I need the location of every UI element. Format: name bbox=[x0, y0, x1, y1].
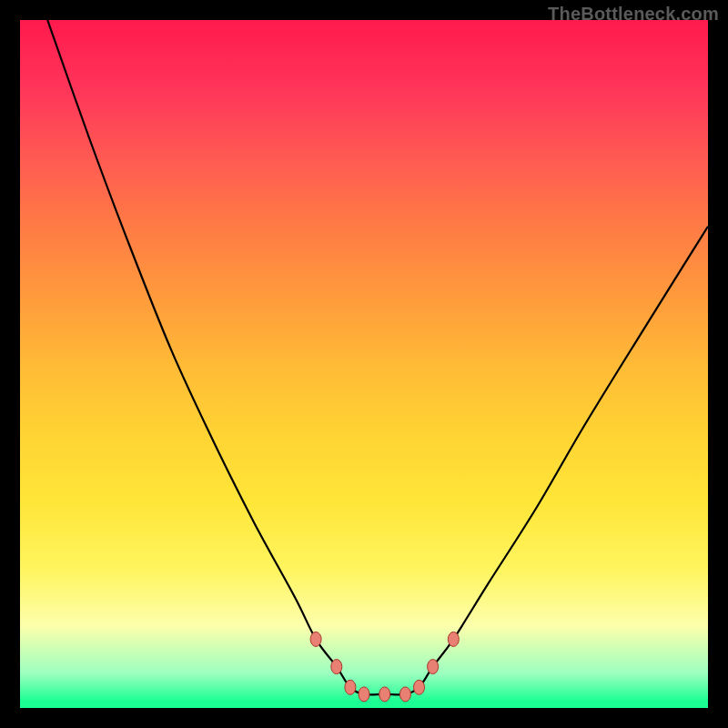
curve-marker bbox=[448, 632, 459, 646]
curve-markers bbox=[310, 632, 459, 702]
curve-marker bbox=[331, 660, 342, 674]
bottleneck-curve bbox=[20, 20, 708, 708]
curve-marker bbox=[310, 632, 321, 646]
curve-marker bbox=[414, 680, 425, 694]
curve-marker bbox=[359, 687, 369, 702]
chart-frame: TheBottleneck.com bbox=[0, 0, 728, 728]
chart-plot-area bbox=[20, 20, 708, 708]
curve-marker bbox=[345, 680, 356, 694]
curve-marker bbox=[428, 660, 439, 674]
curve-marker bbox=[399, 687, 410, 702]
curve-line bbox=[47, 20, 708, 694]
curve-marker bbox=[379, 687, 390, 702]
watermark-text: TheBottleneck.com bbox=[548, 4, 719, 25]
